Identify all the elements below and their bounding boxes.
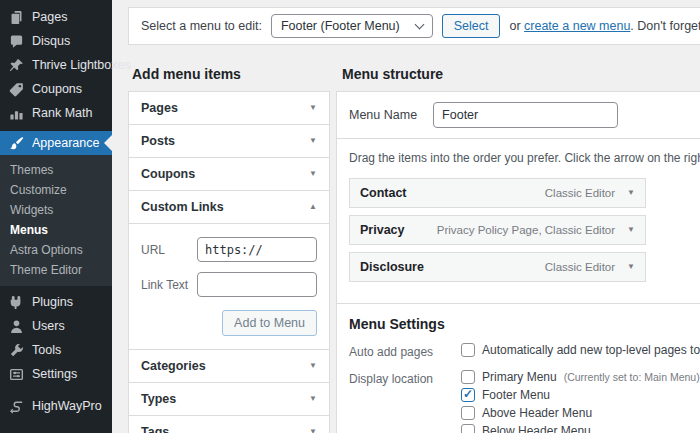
accordion-label: Posts	[141, 134, 175, 148]
submenu-item-themes[interactable]: Themes	[0, 160, 112, 180]
menu-structure-column: Menu structure Menu Name Drag the items …	[336, 45, 700, 433]
sidebar-item-settings[interactable]: Settings	[0, 362, 112, 386]
caret-down-icon[interactable]: ▼	[627, 189, 635, 197]
sidebar-item-label: Coupons	[32, 82, 82, 96]
drag-hint-text: Drag the items into the order you prefer…	[337, 139, 700, 174]
display-location-primary-menu: Primary Menu (Currently set to: Main Men…	[461, 370, 700, 384]
pin-icon	[9, 58, 24, 73]
url-input[interactable]	[197, 237, 317, 262]
custom-links-panel: URL Link Text Add to Menu	[129, 224, 329, 350]
caret-down-icon: ▼	[309, 170, 317, 178]
url-label: URL	[141, 243, 197, 257]
sidebar-item-thrive-lightboxes[interactable]: Thrive Lightboxes	[0, 53, 112, 77]
content-columns: Add menu items Pages ▼ Posts ▼ Coupons ▼	[128, 45, 700, 433]
caret-down-icon: ▼	[309, 428, 317, 433]
menu-item-disclosure[interactable]: Disclosure Classic Editor ▼	[349, 252, 646, 282]
caret-down-icon: ▼	[309, 137, 317, 145]
sidebar-item-rank-math[interactable]: Rank Math	[0, 101, 112, 125]
sidebar-item-label: Settings	[32, 367, 77, 381]
select-button[interactable]: Select	[442, 14, 501, 38]
submenu-item-widgets[interactable]: Widgets	[0, 200, 112, 220]
caret-up-icon: ▲	[309, 203, 317, 211]
menu-item-meta: Classic Editor	[545, 187, 615, 199]
caret-down-icon[interactable]: ▼	[627, 226, 635, 234]
submenu-item-customize[interactable]: Customize	[0, 180, 112, 200]
wordpress-admin-menus-page: Pages Disqus Thrive Lightboxes Coupons R…	[0, 0, 700, 433]
menu-structure-title: Menu structure	[342, 66, 700, 82]
above-header-menu-checkbox[interactable]	[461, 406, 475, 420]
footer-menu-checkbox[interactable]	[461, 388, 475, 402]
menu-item-contact[interactable]: Contact Classic Editor ▼	[349, 178, 646, 208]
pages-icon	[9, 10, 24, 25]
sidebar-item-label: HighWayPro	[32, 399, 102, 413]
display-location-below-header-menu: Below Header Menu	[461, 424, 700, 433]
accordion-label: Pages	[141, 101, 178, 115]
menu-name-input[interactable]	[433, 102, 618, 128]
caret-down-icon: ▼	[309, 104, 317, 112]
accordion-pages[interactable]: Pages ▼	[129, 92, 329, 125]
sidebar-item-label: Appearance	[32, 136, 99, 150]
submenu-item-astra-options[interactable]: Astra Options	[0, 240, 112, 260]
sidebar-item-disqus[interactable]: Disqus	[0, 29, 112, 53]
menu-item-name: Contact	[360, 186, 407, 200]
option-label: Footer Menu	[482, 388, 550, 402]
menu-item-meta: Privacy Policy Page, Classic Editor	[437, 224, 615, 236]
add-menu-items-card: Pages ▼ Posts ▼ Coupons ▼ Custom Links ▲	[128, 91, 330, 433]
option-label: Primary Menu	[482, 370, 557, 384]
chart-icon	[9, 106, 24, 121]
below-header-menu-checkbox[interactable]	[461, 424, 475, 433]
accordion-categories[interactable]: Categories ▼	[129, 350, 329, 383]
sidebar-item-label: Rank Math	[32, 106, 92, 120]
submenu-item-theme-editor[interactable]: Theme Editor	[0, 260, 112, 280]
sidebar-item-label: Users	[32, 319, 65, 333]
menu-settings-title: Menu Settings	[349, 316, 690, 332]
chevron-down-icon	[414, 19, 424, 29]
menu-name-label: Menu Name	[349, 108, 417, 122]
accordion-custom-links[interactable]: Custom Links ▲	[129, 191, 329, 224]
create-new-menu-link[interactable]: create a new menu	[524, 19, 630, 33]
menu-structure-card: Menu Name Drag the items into the order …	[336, 91, 700, 433]
select-menu-label: Select a menu to edit:	[141, 19, 262, 33]
sidebar-item-users[interactable]: Users	[0, 314, 112, 338]
comment-icon	[9, 34, 24, 49]
menu-select-bar: Select a menu to edit: Footer (Footer Me…	[128, 7, 700, 45]
menu-item-meta: Classic Editor	[545, 261, 615, 273]
display-location-label: Display location	[349, 370, 461, 433]
main-content: Select a menu to edit: Footer (Footer Me…	[112, 0, 700, 433]
display-location-footer-menu: Footer Menu	[461, 388, 700, 402]
user-icon	[9, 319, 24, 334]
accordion-types[interactable]: Types ▼	[129, 383, 329, 416]
sidebar-item-appearance[interactable]: Appearance	[0, 131, 112, 155]
accordion-posts[interactable]: Posts ▼	[129, 125, 329, 158]
sidebar-item-coupons[interactable]: Coupons	[0, 77, 112, 101]
accordion-tags[interactable]: Tags ▼	[129, 416, 329, 433]
option-label: Below Header Menu	[482, 424, 591, 433]
menu-item-name: Disclosure	[360, 260, 424, 274]
menu-item-name: Privacy	[360, 223, 404, 237]
add-menu-items-title: Add menu items	[132, 66, 330, 82]
option-note: (Currently set to: Main Menu)	[564, 371, 700, 383]
plugin-icon	[9, 295, 24, 310]
wrench-icon	[9, 343, 24, 358]
sidebar-item-pages[interactable]: Pages	[0, 5, 112, 29]
sidebar-item-label: Plugins	[32, 295, 73, 309]
sidebar-item-highwaypro[interactable]: HighWayPro	[0, 394, 112, 418]
accordion-label: Categories	[141, 359, 206, 373]
submenu-item-menus[interactable]: Menus	[0, 220, 112, 240]
caret-down-icon[interactable]: ▼	[627, 263, 635, 271]
accordion-coupons[interactable]: Coupons ▼	[129, 158, 329, 191]
link-text-input[interactable]	[197, 272, 317, 297]
accordion-label: Types	[141, 392, 176, 406]
add-to-menu-button[interactable]: Add to Menu	[222, 310, 317, 336]
menu-select-dropdown[interactable]: Footer (Footer Menu)	[271, 14, 433, 38]
primary-menu-checkbox[interactable]	[461, 370, 475, 384]
sidebar-item-tools[interactable]: Tools	[0, 338, 112, 362]
accordion-label: Tags	[141, 425, 169, 433]
auto-add-pages-checkbox[interactable]	[461, 343, 475, 357]
menu-name-row: Menu Name	[337, 92, 700, 139]
menu-select-value: Footer (Footer Menu)	[281, 19, 400, 33]
sidebar-item-plugins[interactable]: Plugins	[0, 290, 112, 314]
auto-add-pages-option-text: Automatically add new top-level pages to…	[482, 343, 700, 357]
auto-add-pages-row: Auto add pages Automatically add new top…	[337, 343, 700, 361]
menu-item-privacy[interactable]: Privacy Privacy Policy Page, Classic Edi…	[349, 215, 646, 245]
